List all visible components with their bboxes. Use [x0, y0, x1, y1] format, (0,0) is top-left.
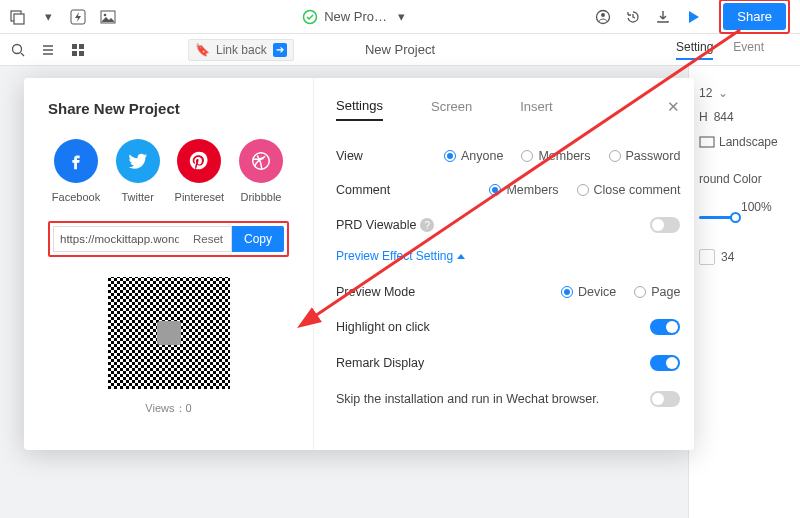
pinterest-label: Pintereset [175, 191, 225, 203]
facebook-icon [54, 139, 98, 183]
prd-viewable-row: PRD Viewable ? [336, 207, 680, 243]
preview-page-radio[interactable]: Page [634, 285, 680, 299]
view-anyone-radio[interactable]: Anyone [444, 149, 503, 163]
wechat-row: Skip the installation and run in Wechat … [336, 381, 680, 417]
caret-up-icon [457, 254, 465, 259]
prd-label: PRD Viewable [336, 218, 416, 232]
pinterest-icon [177, 139, 221, 183]
view-password-radio[interactable]: Password [609, 149, 681, 163]
share-left-pane: Share New Project Facebook Twitter Pinte… [24, 78, 314, 450]
preview-device-radio[interactable]: Device [561, 285, 616, 299]
twitter-label: Twitter [121, 191, 153, 203]
wechat-label: Skip the installation and run in Wechat … [336, 392, 650, 406]
prd-toggle[interactable] [650, 217, 680, 233]
share-modal-title: Share New Project [48, 100, 289, 117]
remark-row: Remark Display [336, 345, 680, 381]
share-settings-tabs: Settings Screen Insert ✕ [336, 92, 680, 121]
comment-permission-row: Comment Members Close comment [336, 173, 680, 207]
share-pinterest[interactable]: Pintereset [171, 139, 227, 203]
share-facebook[interactable]: Facebook [48, 139, 104, 203]
preview-mode-label: Preview Mode [336, 285, 444, 299]
wechat-toggle[interactable] [650, 391, 680, 407]
dribbble-icon [239, 139, 283, 183]
share-twitter[interactable]: Twitter [110, 139, 166, 203]
modal-overlay: Share New Project Facebook Twitter Pinte… [0, 0, 800, 518]
tab-insert[interactable]: Insert [520, 93, 553, 120]
twitter-icon [116, 139, 160, 183]
reset-url-button[interactable]: Reset [185, 226, 232, 252]
views-count: Views：0 [48, 401, 289, 416]
preview-effect-link[interactable]: Preview Effect Setting [336, 249, 680, 263]
share-url-input[interactable] [53, 226, 185, 252]
highlight-toggle[interactable] [650, 319, 680, 335]
help-icon[interactable]: ? [420, 218, 434, 232]
comment-label: Comment [336, 183, 444, 197]
comment-close-radio[interactable]: Close comment [577, 183, 681, 197]
comment-members-radio[interactable]: Members [489, 183, 558, 197]
remark-toggle[interactable] [650, 355, 680, 371]
facebook-label: Facebook [52, 191, 100, 203]
remark-label: Remark Display [336, 356, 424, 370]
share-modal: Share New Project Facebook Twitter Pinte… [24, 78, 694, 450]
highlight-row: Highlight on click [336, 309, 680, 345]
tab-settings[interactable]: Settings [336, 92, 383, 121]
preview-mode-row: Preview Mode Device Page [336, 275, 680, 309]
view-members-radio[interactable]: Members [521, 149, 590, 163]
share-url-row: Reset Copy [48, 221, 289, 257]
qr-code [104, 273, 234, 393]
view-label: View [336, 149, 444, 163]
dribbble-label: Dribbble [240, 191, 281, 203]
social-row: Facebook Twitter Pintereset Dribbble [48, 139, 289, 203]
view-permission-row: View Anyone Members Password [336, 139, 680, 173]
highlight-label: Highlight on click [336, 320, 430, 334]
close-modal-button[interactable]: ✕ [667, 98, 680, 116]
share-right-pane: Settings Screen Insert ✕ View Anyone Mem… [314, 78, 702, 450]
tab-screen[interactable]: Screen [431, 93, 472, 120]
copy-url-button[interactable]: Copy [232, 226, 284, 252]
share-dribbble[interactable]: Dribbble [233, 139, 289, 203]
